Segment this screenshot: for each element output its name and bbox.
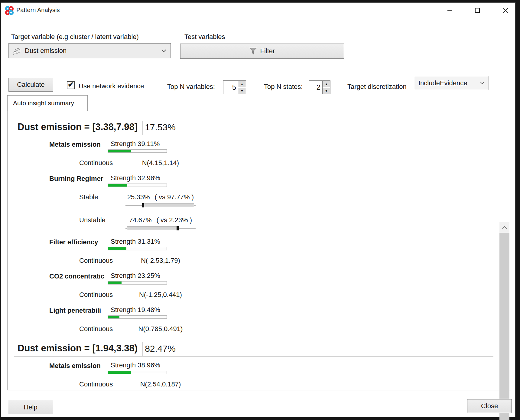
calculate-button[interactable]: Calculate [8,78,53,92]
strength-bar-fill [108,316,119,318]
insight-sections: Dust emission = [3.38,7.98]17.53%Metals … [14,110,493,390]
strength-label: Strength 19.48% [108,306,167,314]
variable-name: Burning Regimer [49,174,108,183]
value-line: N(0.785,0.491) [123,325,198,333]
value-line: 25.33%( vs 97.77% ) [123,193,198,201]
target-variable-dropdown[interactable]: Dust emission [8,43,171,58]
maximize-button[interactable] [470,4,484,17]
value-cell: N(0.785,0.491) [123,323,198,335]
variable-block: Light penetrabiliStrength 19.48%Continuo… [49,306,493,335]
variable-name: Light penetrabili [49,306,108,314]
vs-text: ( vs 2.23% ) [157,216,192,224]
value-text: N(0.785,0.491) [138,325,183,333]
strength-bar [108,315,167,319]
chevron-down-icon [480,82,484,84]
target-discretization-dropdown[interactable]: IncludeEvidence [414,76,489,90]
close-button[interactable]: Close [467,399,512,413]
spinner-up-icon[interactable]: ▲ [323,81,330,88]
strength-bar [108,149,167,153]
scroll-up-button[interactable] [499,222,509,233]
top-n-variables-stepper[interactable]: 5 ▲ ▼ [223,80,246,94]
section-header-row: Dust emission = [3.38,7.98]17.53% [14,110,493,135]
strength-column: Strength 39.11% [108,140,167,153]
value-line: 74.67%( vs 2.23% ) [123,216,198,224]
strength-label: Strength 31.31% [108,238,167,246]
help-button[interactable]: Help [8,400,53,414]
continuous-row: ContinuousN(2.54,0.187) [79,378,493,390]
value-cell: N(-1.25,0.441) [123,288,198,301]
variable-name: Metals emission [49,361,108,370]
continuous-row: ContinuousN(-2.53,1.79) [79,254,493,267]
strength-column: Strength 19.48% [108,306,167,319]
filter-icon [249,48,257,54]
detail-label: Continuous [79,323,123,335]
chevron-down-icon [161,49,166,52]
range-marker [177,226,179,230]
state-row: Stable25.33%( vs 97.77% ) [79,191,493,210]
test-variables-label: Test variables [184,33,225,41]
value-cell: N(4.15,1.14) [123,157,198,169]
filter-button[interactable]: Filter [180,44,344,59]
detail-label: Continuous [79,288,123,301]
calculate-button-label: Calculate [17,81,45,89]
spinner-down-icon[interactable]: ▼ [323,88,330,94]
variable-head: CO2 concentraticStrength 23.25% [49,272,493,285]
tab-auto-insight-summary[interactable]: Auto insight summary [7,95,88,111]
strength-column: Strength 23.25% [108,272,167,285]
top-n-states-stepper[interactable]: 2 ▲ ▼ [309,80,330,94]
tab-label: Auto insight summary [13,99,74,107]
range-marker [142,203,144,207]
variable-head: Filter efficiencyStrength 31.31% [49,238,493,250]
strength-bar-fill [108,150,131,152]
strength-bar-fill [108,282,122,284]
value-text: N(-2.53,1.79) [141,257,180,264]
strength-column: Strength 32.98% [108,174,167,187]
insight-section: Dust emission = [3.38,7.98]17.53%Metals … [14,110,493,335]
continuous-row: ContinuousN(0.785,0.491) [79,323,493,335]
insight-section: Dust emission = [1.94,3.38)82.47%Metals … [14,342,493,390]
value-text: N(-1.25,0.441) [139,291,182,298]
top-n-variables-value[interactable]: 5 [223,81,238,94]
scrollbar-thumb[interactable] [499,233,509,420]
spinner-down-icon[interactable]: ▼ [238,88,246,94]
vertical-scrollbar[interactable] [499,222,509,420]
strength-bar [108,281,167,285]
strength-bar [108,247,167,250]
value-cell: N(-2.53,1.79) [123,254,198,267]
value-line: N(4.15,1.14) [123,159,198,167]
spinner-up-icon[interactable]: ▲ [238,81,246,88]
top-n-states-value[interactable]: 2 [309,81,322,94]
variable-block: Burning RegimerStrength 32.98%Stable25.3… [49,174,493,233]
section-title: Dust emission = [3.38,7.98] [14,121,143,135]
target-variable-value: Dust emission [25,47,67,55]
variable-head: Metals emissionStrength 39.11% [49,140,493,153]
app-logo-icon [5,6,14,15]
variable-block: Metals emissionStrength 39.11%Continuous… [49,140,493,169]
detail-label: Continuous [79,378,123,390]
detail-label: Unstable [79,214,123,233]
range-span [143,203,194,207]
strength-label: Strength 38.96% [108,361,167,369]
value-text: N(2.54,0.187) [140,380,181,388]
variable-head: Burning RegimerStrength 32.98% [49,174,493,187]
variable-cube-icon [13,47,21,55]
top-n-states-label: Top N states: [264,83,303,91]
strength-label: Strength 23.25% [108,272,167,280]
value-cell: N(2.54,0.187) [123,378,198,390]
scroll-up-icon [502,226,507,229]
close-window-button[interactable] [499,4,512,17]
use-network-evidence-checkbox[interactable]: ✔ [67,81,75,89]
detail-label: Stable [79,191,123,210]
minimize-button[interactable] [443,4,457,17]
section-title: Dust emission = [1.94,3.38) [14,342,143,356]
close-icon [503,8,509,13]
use-network-evidence-label: Use network evidence [79,82,144,90]
value-cell: 74.67%( vs 2.23% ) [123,214,198,233]
value-text: 74.67% [129,216,152,224]
minimize-icon [447,10,452,11]
range-bar [125,203,196,207]
variable-block: Filter efficiencyStrength 31.31%Continuo… [49,238,493,267]
variable-head: Light penetrabiliStrength 19.48% [49,306,493,319]
titlebar: Pattern Analysis [1,3,515,17]
detail-label: Continuous [79,157,123,169]
